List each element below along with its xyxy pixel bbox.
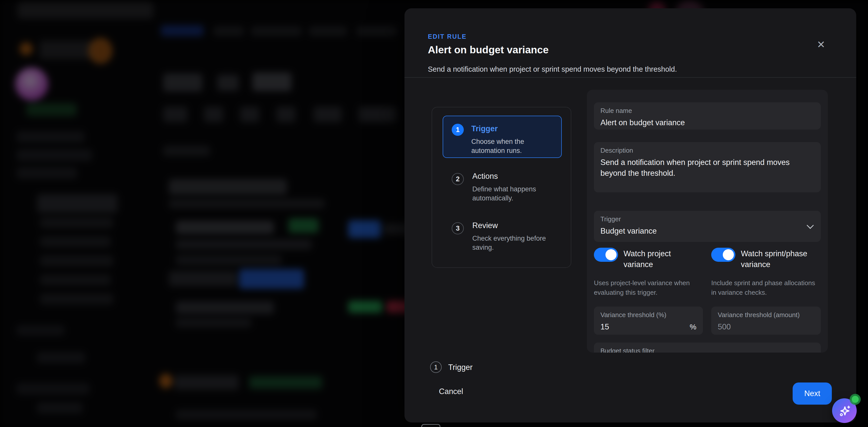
step-3-number-badge: 3 (452, 222, 464, 234)
variance-threshold-pct-field[interactable]: Variance threshold (%) 15 % (594, 307, 703, 335)
rule-name-field[interactable]: Rule name Alert on budget variance (594, 102, 821, 130)
rule-name-label: Rule name (600, 107, 814, 115)
wizard-stepper: 1 Trigger Choose when the automation run… (432, 107, 571, 268)
step-2-title: Actions (472, 172, 498, 181)
trigger-form-panel: Rule name Alert on budget variance Descr… (587, 90, 828, 352)
toggle-knob (606, 249, 617, 260)
watch-project-toggle[interactable] (594, 248, 618, 262)
watch-project-toggle-row[interactable]: Watch project variance (594, 248, 703, 270)
footer-step-label: Trigger (448, 363, 472, 372)
next-button[interactable]: Next (793, 382, 832, 405)
close-icon[interactable]: ✕ (814, 37, 828, 52)
rule-name-value: Alert on budget variance (600, 117, 814, 128)
sparkle-icon (838, 404, 851, 418)
toggle-knob (723, 249, 734, 260)
step-2-number-badge: 2 (452, 173, 464, 185)
watch-sprint-toggle-row[interactable]: Watch sprint/phase variance (711, 248, 821, 270)
footer-step-badge: 1 (430, 361, 442, 373)
watch-sprint-help: Include sprint and phase allocations in … (711, 278, 819, 297)
step-1-title: Trigger (471, 124, 498, 133)
watch-project-help: Uses project-level variance when evaluat… (594, 278, 697, 297)
trigger-value: Budget variance (600, 226, 814, 236)
watch-project-label: Watch project variance (624, 248, 694, 270)
cancel-button[interactable]: Cancel (439, 387, 463, 396)
watch-sprint-label: Watch sprint/phase variance (741, 248, 819, 270)
variance-amount-placeholder: 500 (718, 321, 814, 332)
step-trigger-card[interactable]: 1 Trigger Choose when the automation run… (443, 116, 562, 158)
budget-status-label: Budget status filter (600, 347, 814, 352)
budget-status-filter-select[interactable]: Budget status filter At risk, Over budge… (594, 342, 821, 352)
step-1-number-badge: 1 (452, 124, 464, 136)
background-outlined-box (421, 424, 440, 427)
description-label: Description (600, 147, 814, 154)
step-3-description: Check everything before saving. (472, 234, 565, 252)
app-root: EDIT RULE Alert on budget variance Send … (0, 0, 868, 427)
variance-pct-label: Variance threshold (%) (600, 311, 696, 319)
percent-suffix: % (690, 322, 696, 332)
modal-title: Alert on budget variance (428, 44, 549, 56)
watch-sprint-toggle[interactable] (711, 248, 735, 262)
modal-subtitle: Send a notification when project or spri… (428, 65, 677, 74)
online-status-dot (850, 394, 861, 405)
modal-eyebrow: EDIT RULE (428, 33, 467, 40)
edit-rule-modal: EDIT RULE Alert on budget variance Send … (404, 8, 856, 423)
step-2-description: Define what happens automatically. (472, 185, 565, 203)
trigger-label: Trigger (600, 215, 814, 223)
variance-threshold-amount-field[interactable]: Variance threshold (amount) 500 (711, 307, 821, 335)
step-3-title: Review (472, 221, 498, 230)
description-field[interactable]: Description Send a notification when pro… (594, 142, 821, 192)
variance-amount-label: Variance threshold (amount) (718, 311, 814, 319)
description-value: Send a notification when project or spri… (600, 157, 809, 179)
variance-pct-value: 15 (600, 321, 609, 332)
header-divider (404, 77, 856, 78)
trigger-select[interactable]: Trigger Budget variance (594, 211, 821, 242)
step-1-description: Choose when the automation runs. (471, 137, 557, 155)
